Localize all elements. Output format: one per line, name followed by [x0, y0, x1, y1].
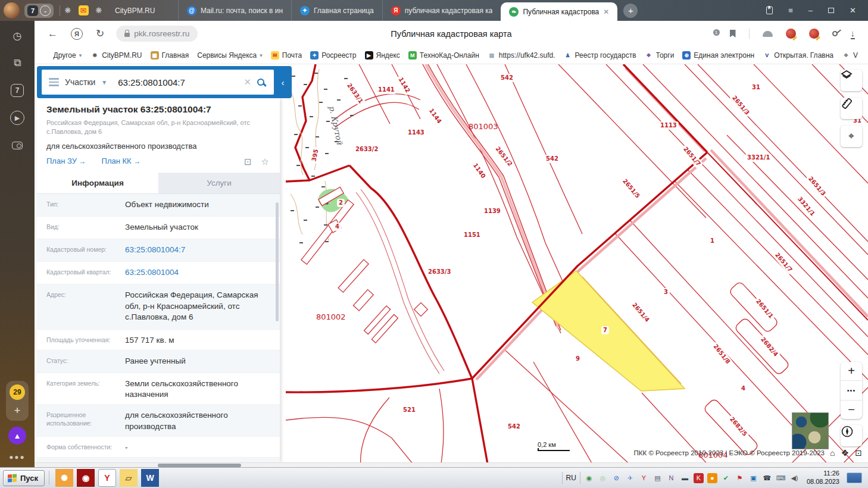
- sidebar-toggle-icon[interactable]: [766, 7, 773, 14]
- compass-button[interactable]: [841, 425, 862, 446]
- bookmarks-more[interactable]: Другое▾: [49, 51, 87, 60]
- parcel-label[interactable]: 801002: [314, 313, 348, 321]
- tray-crypto-icon[interactable]: ◉: [584, 473, 594, 483]
- back-button[interactable]: ←: [48, 28, 58, 40]
- parcel-label[interactable]: 2633/2: [354, 145, 380, 154]
- ruler-button[interactable]: [841, 98, 862, 119]
- reload-button[interactable]: ↻: [96, 27, 104, 40]
- collections-icon[interactable]: ⧉: [7, 53, 27, 73]
- notification-badge[interactable]: 29: [10, 384, 25, 400]
- zoom-more-button[interactable]: •••: [841, 380, 862, 399]
- tab-services[interactable]: Услуги: [158, 173, 280, 193]
- search-icon[interactable]: [257, 79, 264, 86]
- show-desktop-button[interactable]: [847, 473, 862, 483]
- parcel-label[interactable]: 1113: [658, 121, 679, 130]
- start-button[interactable]: Пуск: [3, 470, 45, 486]
- search-input[interactable]: 63:25:0801004:7: [118, 77, 238, 87]
- pinned-mail-icon[interactable]: ✉: [76, 3, 91, 18]
- favorite-star-icon[interactable]: ☆: [261, 157, 269, 167]
- bookmark-item[interactable]: ▤ https://ufk42.sufd.: [483, 51, 560, 60]
- yandex-home-button[interactable]: Я: [71, 28, 83, 40]
- quick-word-icon[interactable]: W: [141, 469, 159, 487]
- zoom-in-button[interactable]: +: [841, 362, 862, 380]
- extension-dome-icon[interactable]: [763, 31, 773, 37]
- password-manager-icon[interactable]: [831, 30, 839, 37]
- language-indicator[interactable]: RU: [562, 472, 580, 484]
- user-avatar[interactable]: [4, 2, 20, 18]
- quick-yandex-browser-icon[interactable]: Y: [98, 469, 116, 487]
- bookmark-item[interactable]: Сервисы Яндекса ▾: [193, 51, 267, 60]
- quick-abbyy-icon[interactable]: ◉: [77, 469, 95, 487]
- parcel-label[interactable]: 3: [662, 288, 670, 296]
- fullscreen-icon[interactable]: ⊡: [855, 448, 862, 458]
- parcel-label[interactable]: 1141: [376, 86, 396, 94]
- tray-monitor-icon[interactable]: ▣: [748, 473, 758, 483]
- bookmark-icon[interactable]: [730, 30, 736, 37]
- tray-network-icon[interactable]: ⌨: [776, 473, 786, 483]
- browser-tab[interactable]: CityBPM.RU: [107, 0, 178, 21]
- bookmark-item[interactable]: ❖ Торги: [641, 51, 679, 60]
- collapse-panel-icon[interactable]: ‹: [276, 66, 289, 98]
- alice-assistant-icon[interactable]: ▲: [8, 427, 26, 445]
- minimize-button[interactable]: –: [808, 6, 813, 15]
- video-icon[interactable]: ▶: [7, 108, 27, 128]
- parcel-label[interactable]: 31: [750, 83, 762, 92]
- more-options-icon[interactable]: ●●●: [0, 453, 35, 461]
- parcel-label[interactable]: 9: [574, 355, 582, 363]
- bookmark-item[interactable]: ▦ Главная: [146, 51, 193, 60]
- browser-tab[interactable]: ❧ Публичная кадастрова ✕: [501, 2, 617, 21]
- bookmark-item[interactable]: ⊕ Единая электронн: [678, 51, 758, 60]
- parcel-label[interactable]: 7: [601, 326, 609, 334]
- bookmark-item[interactable]: ♟ Реестр государств: [560, 51, 641, 60]
- tray-check-icon[interactable]: ✔: [721, 473, 731, 483]
- tray-lock-green-icon[interactable]: ◎: [598, 473, 608, 483]
- bookmark-item[interactable]: ❖ V: [838, 51, 862, 60]
- tray-blocked-icon[interactable]: ⊘: [611, 473, 622, 483]
- address-bar[interactable]: pkk.rosreestr.ru: [116, 26, 198, 42]
- tray-volume-icon[interactable]: ◀): [789, 473, 800, 483]
- close-tab-icon[interactable]: ✕: [603, 8, 609, 16]
- bookmark-item[interactable]: ✉ Почта: [267, 51, 306, 60]
- bookmark-item[interactable]: V Открытая. Главна: [758, 51, 838, 60]
- plan-kk-link[interactable]: План КК →: [102, 157, 141, 165]
- parcel-label[interactable]: 1139: [482, 207, 502, 215]
- panel-scrollbar[interactable]: [276, 202, 279, 321]
- taskbar-clock[interactable]: 11:26 08.08.2023: [803, 470, 843, 486]
- tray-yandex-icon[interactable]: Y: [639, 473, 649, 483]
- parcel-label[interactable]: 521: [401, 406, 417, 414]
- add-button[interactable]: +: [6, 405, 29, 417]
- parcel-label[interactable]: 542: [499, 74, 515, 82]
- bookmark-item[interactable]: ✦ Росреестр: [306, 51, 360, 60]
- parcel-label[interactable]: 542: [544, 155, 560, 163]
- maximize-button[interactable]: [828, 8, 834, 13]
- browser-tab[interactable]: ✦ Главная страница: [291, 0, 382, 21]
- parcel-label[interactable]: 1: [708, 237, 716, 245]
- tabs-panel-icon[interactable]: 7: [7, 80, 27, 101]
- tray-printer-icon[interactable]: ▤: [652, 473, 663, 483]
- zoom-out-button[interactable]: −: [841, 400, 862, 419]
- tray-nod32-icon[interactable]: N: [666, 473, 676, 483]
- menu-icon[interactable]: ≡: [788, 6, 793, 15]
- tab-counter-widget[interactable]: 7 ⌄: [24, 4, 54, 18]
- clear-search-icon[interactable]: ✕: [243, 77, 251, 87]
- tray-phone-icon[interactable]: ☎: [762, 473, 772, 483]
- tray-plane-icon[interactable]: ✈: [625, 473, 635, 483]
- tray-flag-icon[interactable]: ⚑: [735, 473, 745, 483]
- bookmark-item[interactable]: ▶ Яндекс: [361, 51, 404, 60]
- parcel-label[interactable]: 542: [506, 423, 522, 431]
- center-icon[interactable]: ✥: [842, 448, 849, 458]
- parcel-label[interactable]: 3321/1: [745, 154, 772, 162]
- history-icon[interactable]: ◷: [7, 26, 27, 46]
- preview-icon[interactable]: ⊡: [244, 157, 252, 167]
- browser-tab[interactable]: Я публичная кадастровая ка: [382, 0, 501, 21]
- parcel-label[interactable]: 4: [739, 384, 747, 393]
- parcel-label[interactable]: 2633/3: [426, 268, 452, 276]
- menu-burger-icon[interactable]: [49, 78, 59, 86]
- parcel-label[interactable]: 1143: [406, 129, 426, 137]
- chevron-down-icon[interactable]: ⌄: [40, 5, 51, 16]
- layers-button[interactable]: [841, 70, 862, 91]
- tab-information[interactable]: Информация: [37, 173, 158, 193]
- tray-warning-icon[interactable]: K: [694, 473, 704, 483]
- bookmark-item[interactable]: ❋ CityBPM.RU: [86, 51, 146, 60]
- chevron-down-icon[interactable]: ▼: [101, 79, 107, 86]
